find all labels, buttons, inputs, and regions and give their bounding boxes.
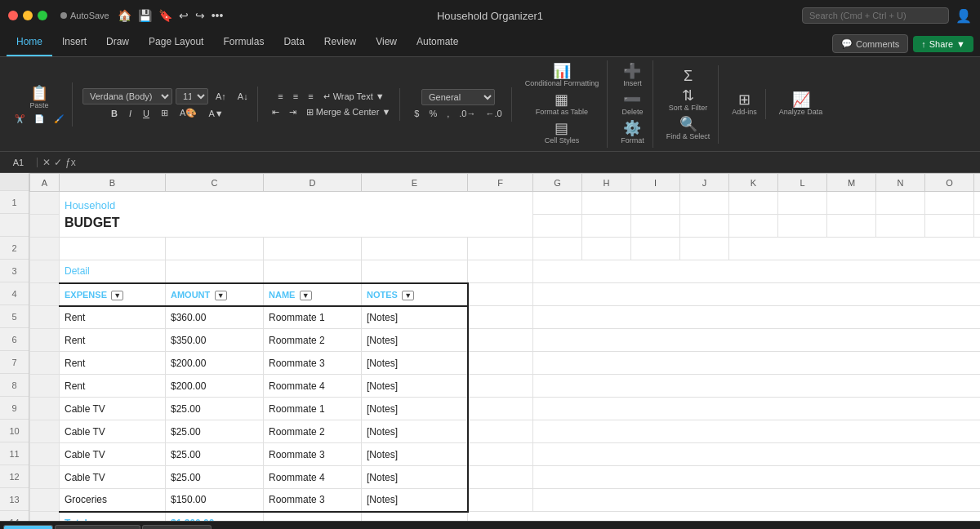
row-num-6[interactable]: 6 (0, 328, 29, 351)
cell-a13[interactable] (30, 489, 60, 512)
row-num-4[interactable]: 4 (0, 282, 29, 305)
cell-c13[interactable]: $150.00 (166, 489, 264, 512)
cell-a11[interactable] (30, 443, 60, 466)
cell-b2[interactable] (60, 238, 166, 260)
font-increase-button[interactable]: A↑ (212, 90, 230, 103)
col-header-k[interactable]: K (729, 174, 778, 192)
col-header-c[interactable]: C (166, 174, 264, 192)
add-sheet-button[interactable]: ＋ (213, 524, 233, 529)
cell-k1[interactable] (729, 192, 778, 215)
cell-m1b[interactable] (827, 215, 876, 238)
sort-filter-button[interactable]: ⇅ Sort & Filter (666, 87, 711, 113)
cell-b8[interactable]: Rent (60, 375, 166, 398)
analyze-data-button[interactable]: 📈 Analyze Data (776, 91, 826, 118)
cell-g5[interactable] (533, 306, 981, 329)
cell-a1[interactable] (30, 192, 60, 215)
cell-d6[interactable]: Roommate 2 (264, 329, 362, 352)
sum-button[interactable]: Σ (680, 67, 696, 85)
cell-c6[interactable]: $350.00 (166, 329, 264, 352)
cell-e8[interactable]: [Notes] (362, 375, 468, 398)
tab-data[interactable]: Data (274, 31, 314, 56)
cell-e4-notes[interactable]: NOTES ▼ (362, 283, 468, 306)
tab-review[interactable]: Review (314, 31, 366, 56)
currency-button[interactable]: $ (410, 107, 423, 120)
cell-a1b[interactable] (30, 215, 60, 238)
paste-button[interactable]: 📋 Paste (26, 84, 51, 111)
maximize-button[interactable] (38, 11, 47, 20)
expense-filter-btn[interactable]: ▼ (111, 291, 123, 300)
cell-h2[interactable] (582, 238, 631, 260)
comments-button[interactable]: 💬 Comments (832, 34, 908, 53)
font-color-button[interactable]: A▼ (204, 107, 227, 120)
cell-d10[interactable]: Roommate 2 (264, 420, 362, 443)
cell-e11[interactable]: [Notes] (362, 443, 468, 466)
cell-c4-amount[interactable]: AMOUNT ▼ (166, 283, 264, 306)
col-header-d[interactable]: D (264, 174, 362, 192)
merge-button[interactable]: ⊞ Merge & Center ▼ (302, 105, 395, 119)
align-left-button[interactable]: ≡ (274, 90, 287, 103)
cell-f13[interactable] (468, 489, 533, 512)
sheet-tab-chore[interactable]: Chore Schedule (55, 525, 140, 529)
tab-view[interactable]: View (366, 31, 407, 56)
decimal-decrease-button[interactable]: ←.0 (482, 107, 506, 120)
formula-input[interactable] (81, 158, 975, 167)
col-header-h[interactable]: H (582, 174, 631, 192)
cell-c9[interactable]: $25.00 (166, 398, 264, 420)
col-header-m[interactable]: M (827, 174, 876, 192)
cell-g12[interactable] (533, 466, 981, 489)
minimize-button[interactable] (23, 11, 33, 20)
cell-c8[interactable]: $200.00 (166, 375, 264, 398)
align-center-button[interactable]: ≡ (289, 90, 302, 103)
home-icon[interactable]: 🏠 (118, 9, 131, 22)
row-num-11[interactable]: 11 (0, 442, 29, 465)
tab-formulas[interactable]: Formulas (213, 31, 274, 56)
cell-e12[interactable]: [Notes] (362, 466, 468, 489)
row-num-13[interactable]: 13 (0, 488, 29, 511)
cell-a6[interactable] (30, 329, 60, 352)
notes-filter-btn[interactable]: ▼ (402, 291, 414, 300)
cell-f10[interactable] (468, 420, 533, 443)
cell-f8[interactable] (468, 375, 533, 398)
cell-f14[interactable] (468, 512, 981, 522)
row-num-2[interactable]: 2 (0, 237, 29, 260)
cell-b3[interactable]: Detail (60, 260, 166, 283)
cell-p1[interactable] (974, 192, 981, 215)
cell-e7[interactable]: [Notes] (362, 352, 468, 375)
copy-button[interactable]: 📄 (31, 113, 47, 125)
search-input[interactable] (802, 7, 949, 24)
cell-m1[interactable] (827, 192, 876, 215)
delete-button[interactable]: ➖ Delete (618, 91, 646, 118)
cell-e2[interactable] (362, 238, 468, 260)
undo-icon[interactable]: ↩ (179, 9, 189, 22)
cell-g13[interactable] (533, 489, 981, 512)
cut-button[interactable]: ✂️ (11, 113, 28, 125)
cell-a2[interactable] (30, 238, 60, 260)
format-painter-button[interactable]: 🖌️ (51, 113, 67, 125)
cell-f9[interactable] (468, 398, 533, 420)
cell-c7[interactable]: $200.00 (166, 352, 264, 375)
cell-f12[interactable] (468, 466, 533, 489)
row-num-7[interactable]: 7 (0, 351, 29, 374)
cell-o1[interactable] (925, 192, 974, 215)
cell-g3[interactable] (533, 260, 981, 283)
align-right-button[interactable]: ≡ (304, 90, 317, 103)
cell-h1b[interactable] (582, 215, 631, 238)
close-button[interactable] (8, 11, 18, 20)
insert-button[interactable]: ➕ Insert (620, 62, 645, 89)
col-header-p[interactable]: P (974, 174, 981, 192)
cell-c14[interactable]: $1,360.00 (166, 512, 264, 522)
tab-insert[interactable]: Insert (52, 31, 96, 56)
row-num-1[interactable]: 1 (0, 191, 29, 214)
cell-b4-expense[interactable]: EXPENSE ▼ (60, 283, 166, 306)
cell-d13[interactable]: Roommate 3 (264, 489, 362, 512)
cell-i1[interactable] (631, 192, 680, 215)
cell-g6[interactable] (533, 329, 981, 352)
tab-home[interactable]: Home (7, 31, 52, 56)
cell-c11[interactable]: $25.00 (166, 443, 264, 466)
wrap-text-button[interactable]: ↵ Wrap Text ▼ (319, 90, 389, 104)
cell-g8[interactable] (533, 375, 981, 398)
addins-button[interactable]: ⊞ Add-ins (728, 91, 760, 118)
cell-f2[interactable] (468, 238, 533, 260)
tab-automate[interactable]: Automate (407, 31, 468, 56)
row-num-1b[interactable] (0, 214, 29, 237)
